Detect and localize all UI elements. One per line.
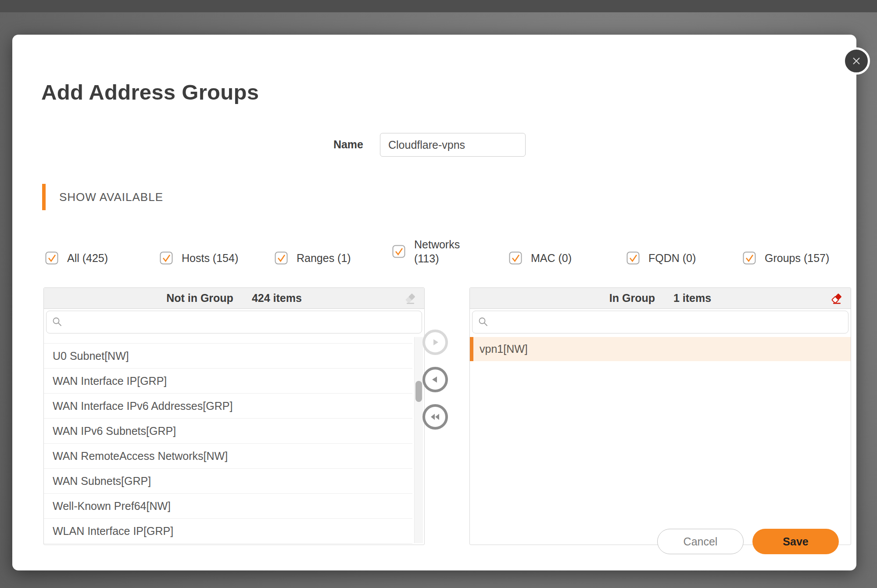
list-item[interactable]: WAN RemoteAccess Networks[NW] <box>44 444 412 469</box>
checkbox-checked-icon <box>45 251 58 265</box>
list-item[interactable]: WAN IPv6 Subnets[GRP] <box>44 419 412 444</box>
list-item[interactable]: Well-Known Pref64[NW] <box>44 494 412 519</box>
arrow-left-icon <box>430 375 440 384</box>
list-item[interactable]: U0 Subnet[NW] <box>44 344 412 369</box>
checkbox-checked-icon <box>160 251 173 265</box>
search-input[interactable] <box>68 316 416 329</box>
section-accent-bar <box>42 184 46 210</box>
cancel-button[interactable]: Cancel <box>657 529 744 554</box>
page-title: Add Address Groups <box>41 80 259 104</box>
list-item[interactable]: WAN Subnets[GRP] <box>44 469 412 494</box>
filter-checkbox-mac[interactable]: MAC (0) <box>509 251 572 265</box>
search-icon <box>52 316 63 328</box>
panel-title: Not in Group <box>166 292 233 305</box>
move-left-button[interactable] <box>422 367 448 392</box>
filter-checkbox-hosts[interactable]: Hosts (154) <box>160 251 238 265</box>
save-button[interactable]: Save <box>752 529 839 554</box>
search-input[interactable] <box>494 316 843 329</box>
checkbox-checked-icon <box>743 251 756 265</box>
eraser-icon <box>404 291 417 305</box>
in-group-header: In Group 1 items <box>470 288 851 309</box>
add-address-groups-dialog: Add Address Groups Name SHOW AVAILABLE A… <box>12 35 856 570</box>
filter-checkbox-fqdn[interactable]: FQDN (0) <box>626 251 696 265</box>
filter-checkbox-groups[interactable]: Groups (157) <box>743 251 829 265</box>
close-button[interactable] <box>843 47 870 75</box>
panel-count: 424 items <box>252 292 302 305</box>
filter-checkbox-all[interactable]: All (425) <box>45 251 108 265</box>
list-item-clipped[interactable] <box>44 337 412 344</box>
filter-checkbox-networks[interactable]: Networks (113) <box>392 237 471 265</box>
not-in-group-search <box>46 311 422 333</box>
panel-title: In Group <box>609 292 655 305</box>
close-icon <box>851 55 862 67</box>
filter-checkbox-ranges[interactable]: Ranges (1) <box>275 251 351 265</box>
section-header: SHOW AVAILABLE <box>59 190 163 204</box>
checkbox-checked-icon <box>275 251 288 265</box>
checkbox-checked-icon <box>626 251 640 265</box>
name-field-label: Name <box>293 138 363 151</box>
name-input[interactable] <box>380 133 526 157</box>
search-icon <box>478 316 489 328</box>
in-group-list: vpn1[NW] <box>470 337 851 545</box>
checkbox-checked-icon <box>509 251 522 265</box>
list-item[interactable]: WAN Interface IPv6 Addresses[GRP] <box>44 394 412 419</box>
list-item[interactable]: WLAN Interface IP[GRP] <box>44 519 412 544</box>
not-in-group-list: U0 Subnet[NW] WAN Interface IP[GRP] WAN … <box>44 337 424 545</box>
panel-count: 1 items <box>673 292 711 305</box>
eraser-red-icon <box>830 291 844 305</box>
move-right-button[interactable] <box>422 330 448 355</box>
arrow-right-icon <box>430 337 440 347</box>
clear-all-button[interactable] <box>830 291 844 305</box>
in-group-search <box>472 311 848 333</box>
not-in-group-header: Not in Group 424 items <box>44 288 424 309</box>
scrollbar-thumb[interactable] <box>415 381 422 402</box>
not-in-group-panel: Not in Group 424 items <box>43 287 425 545</box>
list-item-selected[interactable]: vpn1[NW] <box>470 337 851 361</box>
checkbox-checked-icon <box>392 245 405 258</box>
scrollbar-track[interactable] <box>414 337 423 543</box>
in-group-panel: In Group 1 items <box>469 287 851 545</box>
double-arrow-left-icon <box>430 412 440 422</box>
clear-all-button[interactable] <box>404 291 417 305</box>
list-item[interactable]: WAN Interface IP[GRP] <box>44 369 412 394</box>
move-all-left-button[interactable] <box>422 404 448 430</box>
